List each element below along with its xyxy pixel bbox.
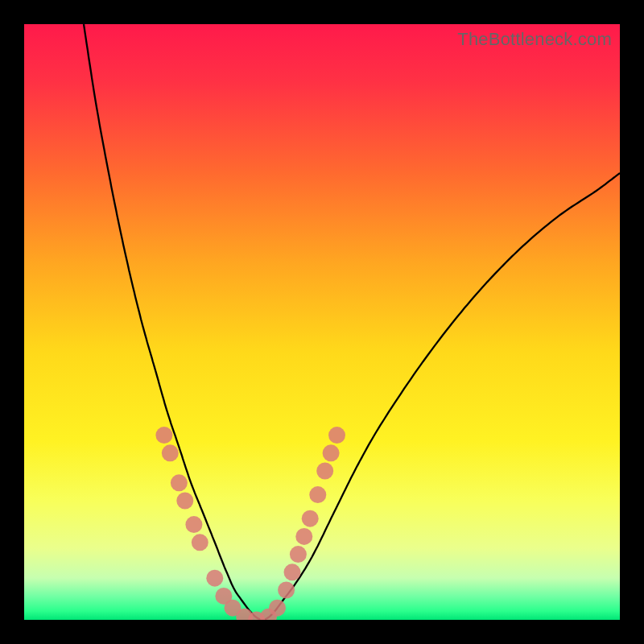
marker-dot bbox=[162, 444, 179, 461]
marker-dot bbox=[316, 463, 333, 480]
marker-dot bbox=[284, 564, 301, 580]
marker-dot bbox=[176, 493, 193, 510]
marker-dot bbox=[328, 427, 345, 444]
bottleneck-curve bbox=[84, 24, 620, 620]
marker-dot bbox=[302, 510, 319, 527]
marker-dot bbox=[309, 486, 326, 503]
marker-dot bbox=[323, 444, 340, 461]
marker-dot bbox=[295, 528, 312, 545]
marker-dot bbox=[290, 546, 307, 563]
marker-dot bbox=[171, 474, 188, 491]
plot-area: TheBottleneck.com bbox=[24, 24, 620, 620]
marker-dot bbox=[269, 600, 286, 617]
marker-dots bbox=[155, 427, 345, 620]
marker-dot bbox=[192, 534, 208, 551]
marker-dot bbox=[278, 582, 295, 599]
marker-dot bbox=[155, 427, 172, 444]
marker-dot bbox=[185, 516, 202, 533]
site-watermark: TheBottleneck.com bbox=[457, 29, 612, 50]
marker-dot bbox=[206, 570, 223, 587]
chart-frame: TheBottleneck.com bbox=[0, 0, 644, 644]
curve-layer bbox=[24, 24, 620, 620]
